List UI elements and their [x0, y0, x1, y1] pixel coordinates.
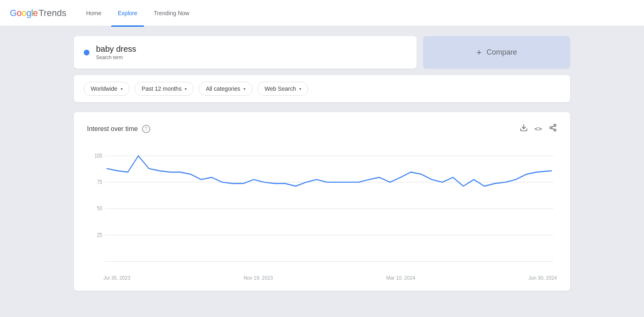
chart-container: 100 75 50 25 Jul 30, 2023 Nov 19, 2023 M…	[87, 147, 557, 281]
compare-box[interactable]: + Compare	[423, 36, 570, 69]
search-label: Search term	[96, 55, 136, 60]
chevron-down-icon: ▾	[299, 87, 301, 91]
filter-category[interactable]: All categories ▾	[199, 82, 252, 96]
filter-time[interactable]: Past 12 months ▾	[135, 82, 194, 96]
filter-location-label: Worldwide	[91, 85, 117, 92]
x-label-1: Jul 30, 2023	[103, 275, 130, 281]
main-nav: Home Explore Trending Now	[80, 7, 196, 20]
x-axis-labels: Jul 30, 2023 Nov 19, 2023 Mar 10, 2024 J…	[87, 272, 557, 281]
chart-title: Interest over time	[87, 125, 138, 133]
search-term: baby dress	[96, 44, 136, 54]
filter-time-label: Past 12 months	[142, 85, 181, 92]
search-term-wrapper: baby dress Search term	[96, 44, 136, 60]
svg-text:100: 100	[94, 152, 102, 159]
compare-label: Compare	[487, 48, 517, 57]
nav-home[interactable]: Home	[80, 7, 108, 20]
svg-line-4	[552, 128, 554, 129]
filter-search-type[interactable]: Web Search ▾	[257, 82, 308, 96]
nav-explore[interactable]: Explore	[111, 7, 144, 20]
header: Google Trends Home Explore Trending Now	[0, 0, 644, 26]
chart-header: Interest over time ? <>	[87, 124, 557, 134]
chevron-down-icon: ▾	[243, 87, 245, 91]
chart-section: Interest over time ? <>	[74, 112, 570, 291]
search-dot-indicator	[84, 50, 89, 55]
chart-title-row: Interest over time ?	[87, 125, 150, 133]
svg-text:75: 75	[97, 179, 102, 185]
main-content: baby dress Search term + Compare Worldwi…	[0, 26, 644, 301]
x-label-4: Jun 30, 2024	[529, 275, 557, 281]
search-section: baby dress Search term + Compare	[74, 36, 570, 69]
x-label-2: Nov 19, 2023	[243, 275, 273, 281]
trend-line	[107, 156, 551, 186]
chart-actions: <>	[520, 124, 557, 134]
logo-google-text: Google	[10, 8, 38, 18]
filter-category-label: All categories	[206, 85, 240, 92]
svg-line-5	[552, 126, 554, 127]
share-button[interactable]	[549, 124, 557, 134]
filter-location[interactable]: Worldwide ▾	[84, 82, 130, 96]
nav-trending[interactable]: Trending Now	[147, 7, 196, 20]
chevron-down-icon: ▾	[121, 87, 123, 91]
logo-trends-text: Trends	[39, 8, 66, 18]
download-button[interactable]	[520, 124, 528, 134]
filter-search-type-label: Web Search	[264, 85, 296, 92]
embed-button[interactable]: <>	[534, 125, 542, 133]
svg-text:50: 50	[97, 205, 102, 211]
chevron-down-icon: ▾	[185, 87, 187, 91]
x-label-3: Mar 10, 2024	[386, 275, 415, 281]
logo: Google Trends	[10, 8, 66, 18]
search-box: baby dress Search term	[74, 36, 417, 69]
compare-plus-icon: +	[477, 47, 482, 58]
filter-row: Worldwide ▾ Past 12 months ▾ All categor…	[74, 75, 570, 102]
interest-chart: 100 75 50 25	[87, 147, 557, 270]
help-icon[interactable]: ?	[142, 125, 150, 133]
svg-text:25: 25	[97, 231, 102, 238]
